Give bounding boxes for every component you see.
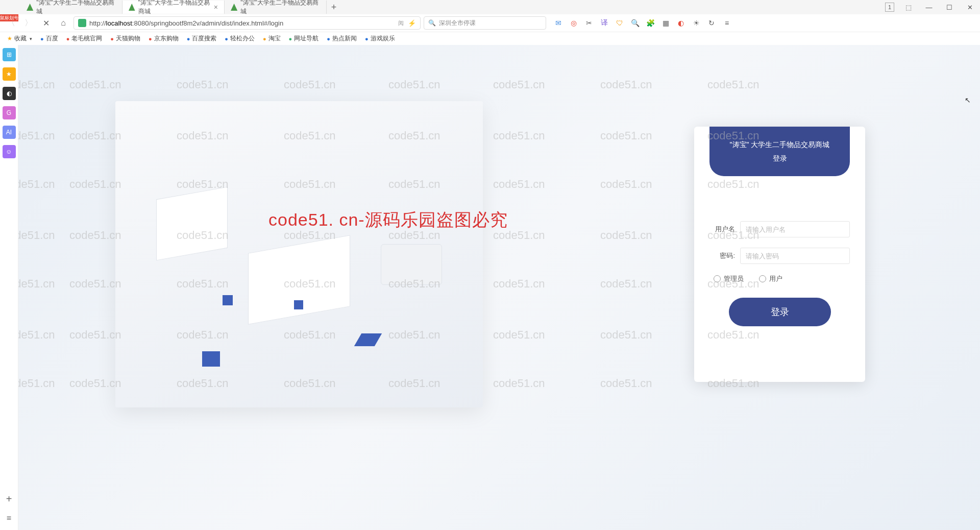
tab-bar: "涛宝"大学生二手物品交易商城 "涛宝"大学生二手物品交易商城 × "涛宝"大学… <box>0 0 980 14</box>
login-header: "涛宝" 大学生二手物品交易商城 登录 <box>709 127 850 176</box>
browser-tab-2-active[interactable]: "涛宝"大学生二手物品交易商城 × <box>122 1 225 14</box>
close-icon[interactable]: × <box>214 3 218 11</box>
watermark-text: code51.cn <box>18 178 55 191</box>
bookmark-icon: ● <box>187 36 190 42</box>
page-content: "涛宝" 大学生二手物品交易商城 登录 用户名 密码: 管理员 用户 <box>18 45 980 530</box>
browser-tab-3[interactable]: "涛宝"大学生二手物品交易商城 <box>225 1 327 14</box>
bookmark-4[interactable]: ●京东购物 <box>145 33 182 44</box>
radio-label: 管理员 <box>724 274 744 283</box>
radio-label: 用户 <box>769 274 782 283</box>
sidebar-app-icon-4[interactable]: AI <box>3 126 16 139</box>
watermark-text: code51.cn <box>600 178 652 191</box>
bookmark-label: 百度 <box>46 34 58 43</box>
login-button[interactable]: 登录 <box>729 298 831 326</box>
sidebar-menu-button[interactable]: ≡ <box>3 512 16 525</box>
new-tab-button[interactable]: + <box>327 2 341 13</box>
toolbar-icon-1[interactable]: ◎ <box>569 18 579 28</box>
role-user-radio[interactable]: 用户 <box>759 274 782 283</box>
toolbar-icon-2[interactable]: ✂ <box>584 18 594 28</box>
sidebar-add-button[interactable]: + <box>3 492 16 505</box>
sidebar-app-icon-3[interactable]: G <box>3 106 16 119</box>
window-close-icon[interactable]: ✕ <box>960 0 980 14</box>
bookmark-label: 百度搜索 <box>192 34 216 43</box>
watermark-text: code51.cn <box>69 229 121 242</box>
watermark-text: code51.cn <box>18 78 55 91</box>
watermark-text: code51.cn <box>18 129 55 142</box>
bookmark-label: 淘宝 <box>268 34 281 43</box>
sidebar-app-icon-2[interactable]: ◐ <box>3 87 16 100</box>
forward-button[interactable]: 〉 <box>21 16 36 30</box>
watermark-text: code51.cn <box>600 328 652 342</box>
sidebar-app-icon-5[interactable]: ☺ <box>3 145 16 158</box>
home-button[interactable]: ⌂ <box>56 16 70 30</box>
bookmark-icon: ● <box>110 36 114 42</box>
watermark-text: code51.cn <box>600 129 652 142</box>
bookmark-9[interactable]: ●热点新闻 <box>324 33 360 44</box>
bookmark-label: 网址导航 <box>294 34 318 43</box>
toolbar-icon-8[interactable]: ◐ <box>676 18 686 28</box>
watermark-text: code51.cn <box>177 45 229 48</box>
bookmark-icon: ● <box>263 36 266 42</box>
toolbar-icon-0[interactable]: ✉ <box>553 18 564 28</box>
watermark-text: code51.cn <box>69 277 121 291</box>
window-maximize-icon[interactable]: ☐ <box>939 0 960 14</box>
watermark-text: code51.cn <box>493 328 545 342</box>
window-minimize-icon[interactable]: — <box>919 0 939 14</box>
bookmark-1[interactable]: ●百度 <box>37 33 61 44</box>
watermark-text: code51.cn <box>707 78 760 91</box>
watermark-text: code51.cn <box>284 45 336 48</box>
watermark-text: code51.cn <box>493 178 545 191</box>
bookmark-label: 天猫购物 <box>116 34 140 43</box>
bookmark-icon: ● <box>40 36 44 42</box>
chevron-down-icon: ▾ <box>30 36 32 41</box>
toolbar-icon-3[interactable]: 译 <box>599 18 609 28</box>
flash-icon[interactable]: ⚡ <box>408 19 416 27</box>
toolbar-icon-6[interactable]: 🧩 <box>645 18 655 28</box>
toolbar-icon-9[interactable]: ☀ <box>691 18 701 28</box>
url-rest: :8080/springbootf8m2v/admin/dist/index.h… <box>132 19 283 27</box>
bookmark-bar: ★收藏▾●百度●老毛桃官网●天猫购物●京东购物●百度搜索●轻松办公●淘宝●网址导… <box>0 32 980 45</box>
watermark-text: code51.cn <box>493 129 545 142</box>
reader-mode-icon[interactable]: 阅 <box>398 19 404 27</box>
corner-badge: 鼠标划号 <box>0 14 18 21</box>
toolbar-icon-5[interactable]: 🔍 <box>630 18 640 28</box>
bookmark-icon: ★ <box>7 35 12 42</box>
bookmark-10[interactable]: ●游戏娱乐 <box>362 33 398 44</box>
browser-tab-1[interactable]: "涛宝"大学生二手物品交易商城 <box>20 1 122 14</box>
watermark-text: code51.cn <box>388 78 440 91</box>
bookmark-0[interactable]: ★收藏▾ <box>4 33 35 44</box>
bookmark-icon: ● <box>225 36 228 42</box>
radio-icon <box>714 275 721 282</box>
tab-favicon <box>129 4 135 11</box>
url-input[interactable]: http://localhost:8080/springbootf8m2v/ad… <box>74 16 421 30</box>
bookmark-label: 热点新闻 <box>332 34 357 43</box>
watermark-text: code51.cn <box>18 45 55 48</box>
bookmark-icon: ● <box>327 36 330 42</box>
role-admin-radio[interactable]: 管理员 <box>714 274 744 283</box>
bookmark-5[interactable]: ●百度搜索 <box>184 33 220 44</box>
bookmark-icon: ● <box>66 36 70 42</box>
bookmark-icon: ● <box>289 36 292 42</box>
watermark-text: code51.cn <box>18 277 55 291</box>
window-extra-icon[interactable]: ⬚ <box>898 0 919 14</box>
toolbar-icon-11[interactable]: ≡ <box>722 18 732 28</box>
bookmark-7[interactable]: ●淘宝 <box>260 33 284 44</box>
bookmark-2[interactable]: ●老毛桃官网 <box>63 33 106 44</box>
window-badge[interactable]: 1 <box>885 3 894 12</box>
toolbar-icon-4[interactable]: 🛡 <box>615 18 625 28</box>
login-title: "涛宝" 大学生二手物品交易商城 <box>720 138 840 152</box>
sidebar-app-icon-0[interactable]: ⊞ <box>3 48 16 61</box>
watermark-text: code51.cn <box>600 78 652 91</box>
login-card: "涛宝" 大学生二手物品交易商城 登录 用户名 密码: 管理员 用户 <box>694 127 865 382</box>
sidebar-app-icon-1[interactable]: ★ <box>3 67 16 81</box>
toolbar-icon-10[interactable]: ↻ <box>706 18 717 28</box>
stop-button[interactable]: ✕ <box>39 16 53 30</box>
url-prefix: http:// <box>89 19 106 27</box>
password-input[interactable] <box>740 248 850 264</box>
username-input[interactable] <box>740 221 850 237</box>
bookmark-6[interactable]: ●轻松办公 <box>222 33 258 44</box>
toolbar-icon-7[interactable]: ▦ <box>660 18 671 28</box>
bookmark-3[interactable]: ●天猫购物 <box>107 33 143 44</box>
bookmark-8[interactable]: ●网址导航 <box>286 33 322 44</box>
search-input[interactable]: 🔍 深圳全市停课 <box>424 16 546 30</box>
